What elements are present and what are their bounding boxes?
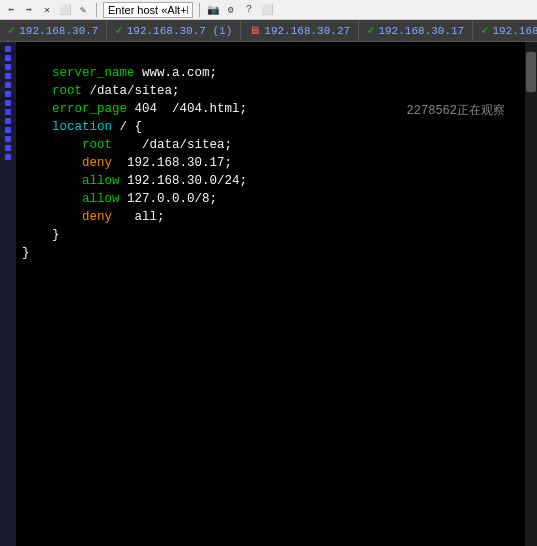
scrollbar[interactable] — [525, 42, 537, 546]
watermark-text: 2278562正在观察 — [407, 102, 505, 119]
dot-2 — [5, 55, 11, 61]
tab-label-1: 192.168.30.7 — [19, 25, 98, 37]
toolbar-separator2 — [199, 3, 200, 17]
back-icon[interactable]: ⬅ — [4, 3, 18, 17]
tab-check-4: ✓ — [367, 23, 374, 38]
forward-icon[interactable]: ➡ — [22, 3, 36, 17]
code-content: server_name www.a.com; root /data/sitea;… — [22, 46, 519, 280]
code-editor[interactable]: server_name www.a.com; root /data/sitea;… — [16, 42, 525, 546]
dot-4 — [5, 73, 11, 79]
tab-label-4: 192.168.30.17 — [378, 25, 464, 37]
tab-check-5: ✓ — [481, 23, 488, 38]
settings-icon[interactable]: ⚙ — [224, 3, 238, 17]
tab-label-3: 192.168.30.27 — [264, 25, 350, 37]
main-area: server_name www.a.com; root /data/sitea;… — [0, 42, 537, 546]
sidebar-dots — [0, 42, 16, 546]
record-icon[interactable]: ⬜ — [58, 3, 72, 17]
dot-3 — [5, 64, 11, 70]
tabs-bar: ✓ 192.168.30.7 ✓ 192.168.30.7 (1) 🖥 192.… — [0, 20, 537, 42]
tab-2[interactable]: ✓ 192.168.30.7 (1) — [107, 20, 241, 41]
dot-12 — [5, 145, 11, 151]
dot-6 — [5, 91, 11, 97]
dot-8 — [5, 109, 11, 115]
screenshot-icon[interactable]: 📷 — [206, 3, 220, 17]
dot-7 — [5, 100, 11, 106]
tab-3[interactable]: 🖥 192.168.30.27 — [241, 20, 359, 41]
tab-check-2: ✓ — [115, 23, 122, 38]
dot-11 — [5, 136, 11, 142]
help-icon[interactable]: ? — [242, 3, 256, 17]
edit-icon[interactable]: ✎ — [76, 3, 90, 17]
host-input[interactable] — [103, 2, 193, 18]
dot-13 — [5, 154, 11, 160]
tab-1[interactable]: ✓ 192.168.30.7 — [0, 20, 107, 41]
dot-10 — [5, 127, 11, 133]
stop-icon[interactable]: ✕ — [40, 3, 54, 17]
dot-9 — [5, 118, 11, 124]
tab-check-1: ✓ — [8, 23, 15, 38]
tab-5[interactable]: ✓ 192.168.30.6 — [473, 20, 537, 41]
dot-1 — [5, 46, 11, 52]
toolbar: ⬅ ➡ ✕ ⬜ ✎ 📷 ⚙ ? ⬜ — [0, 0, 537, 20]
tab-label-2: 192.168.30.7 (1) — [127, 25, 233, 37]
tab-label-5: 192.168.30.6 — [492, 25, 537, 37]
toolbar-separator — [96, 3, 97, 17]
scrollbar-thumb[interactable] — [526, 52, 536, 92]
tab-icon-3: 🖥 — [249, 24, 260, 37]
window-icon[interactable]: ⬜ — [260, 3, 274, 17]
dot-5 — [5, 82, 11, 88]
tab-4[interactable]: ✓ 192.168.30.17 — [359, 20, 473, 41]
